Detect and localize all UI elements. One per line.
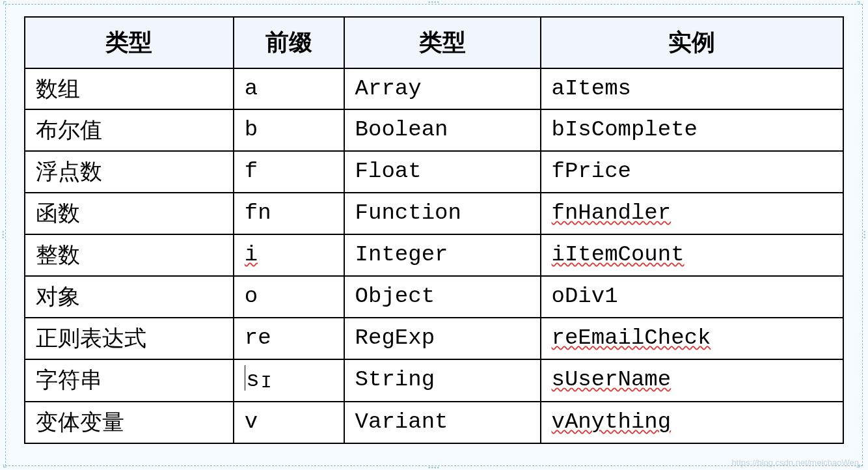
prefix-text: f (245, 159, 258, 184)
table-row[interactable]: 对象oObjectoDiv1 (25, 276, 843, 318)
cell-prefix[interactable]: a (234, 68, 344, 110)
cell-type-en[interactable]: Array (344, 68, 541, 110)
table-row[interactable]: 布尔值bBooleanbIsComplete (25, 109, 843, 151)
example-text: bIsComplete (552, 117, 698, 142)
cell-example[interactable]: sUserName (541, 359, 843, 402)
table-row[interactable]: 整数iIntegeriItemCount (25, 234, 843, 276)
ibeam-cursor-icon: I (261, 370, 272, 395)
cell-type-cn[interactable]: 函数 (25, 193, 234, 234)
example-text: fnHandler (552, 200, 671, 225)
example-text: sUserName (552, 367, 671, 392)
prefix-text: fn (245, 200, 271, 225)
cell-prefix[interactable]: o (234, 276, 344, 318)
example-text: aItems (552, 76, 631, 101)
table-row[interactable]: 字符串sIStringsUserName (25, 359, 843, 402)
prefix-text: re (245, 325, 271, 350)
cell-prefix[interactable]: sI (234, 359, 344, 402)
cell-type-cn[interactable]: 布尔值 (25, 109, 234, 151)
header-type-en: 类型 (344, 17, 541, 68)
table-header-row: 类型 前缀 类型 实例 (25, 17, 843, 68)
table-row[interactable]: 函数fnFunctionfnHandler (25, 193, 843, 234)
cell-prefix[interactable]: b (234, 109, 344, 151)
table-container: 类型 前缀 类型 实例 数组aArrayaItems布尔值bBooleanbIs… (5, 4, 863, 466)
header-prefix: 前缀 (234, 17, 344, 68)
cell-example[interactable]: fPrice (541, 151, 843, 193)
document-page: ⌜ ⌝ ⌞ ⌟ •••• •••• ••• ••• 类型 前缀 类型 实例 数组… (0, 0, 868, 470)
cell-type-en[interactable]: Float (344, 151, 541, 193)
table-header: 类型 前缀 类型 实例 (25, 17, 843, 68)
watermark-text: https://blog.csdn.net/meichaoWen (731, 458, 859, 467)
header-example: 实例 (541, 17, 843, 68)
prefix-text: a (245, 76, 258, 101)
prefix-text: s (246, 368, 259, 393)
example-text: oDiv1 (552, 284, 618, 309)
table-row[interactable]: 浮点数fFloatfPrice (25, 151, 843, 193)
prefix-text: o (245, 284, 258, 309)
cell-prefix[interactable]: fn (234, 193, 344, 234)
cell-type-en[interactable]: Object (344, 276, 541, 318)
example-text: iItemCount (552, 242, 685, 267)
prefix-text: v (245, 409, 258, 434)
table-row[interactable]: 变体变量vVariantvAnything (25, 402, 843, 443)
example-text: vAnything (552, 409, 671, 434)
cell-prefix[interactable]: v (234, 402, 344, 443)
cell-type-cn[interactable]: 字符串 (25, 359, 234, 402)
cell-type-en[interactable]: RegExp (344, 318, 541, 359)
cell-type-en[interactable]: Variant (344, 402, 541, 443)
cell-prefix[interactable]: i (234, 234, 344, 276)
cell-example[interactable]: vAnything (541, 402, 843, 443)
cell-type-en[interactable]: Integer (344, 234, 541, 276)
cell-type-cn[interactable]: 浮点数 (25, 151, 234, 193)
hungarian-notation-table[interactable]: 类型 前缀 类型 实例 数组aArrayaItems布尔值bBooleanbIs… (24, 16, 844, 444)
cell-example[interactable]: aItems (541, 68, 843, 110)
cell-type-en[interactable]: String (344, 359, 541, 402)
cell-example[interactable]: fnHandler (541, 193, 843, 234)
prefix-text: i (245, 242, 258, 267)
header-type-cn: 类型 (25, 17, 234, 68)
example-text: reEmailCheck (552, 325, 711, 350)
cell-example[interactable]: iItemCount (541, 234, 843, 276)
example-text: fPrice (552, 159, 631, 184)
table-row[interactable]: 正则表达式reRegExpreEmailCheck (25, 318, 843, 359)
table-body: 数组aArrayaItems布尔值bBooleanbIsComplete浮点数f… (25, 68, 843, 443)
cell-type-en[interactable]: Function (344, 193, 541, 234)
cell-example[interactable]: bIsComplete (541, 109, 843, 151)
cell-type-cn[interactable]: 数组 (25, 68, 234, 110)
cell-type-cn[interactable]: 变体变量 (25, 402, 234, 443)
cell-type-cn[interactable]: 对象 (25, 276, 234, 318)
prefix-text: b (245, 117, 258, 142)
table-row[interactable]: 数组aArrayaItems (25, 68, 843, 110)
cell-type-cn[interactable]: 整数 (25, 234, 234, 276)
cell-prefix[interactable]: re (234, 318, 344, 359)
cell-example[interactable]: oDiv1 (541, 276, 843, 318)
cell-type-cn[interactable]: 正则表达式 (25, 318, 234, 359)
cell-example[interactable]: reEmailCheck (541, 318, 843, 359)
cell-type-en[interactable]: Boolean (344, 109, 541, 151)
cell-prefix[interactable]: f (234, 151, 344, 193)
